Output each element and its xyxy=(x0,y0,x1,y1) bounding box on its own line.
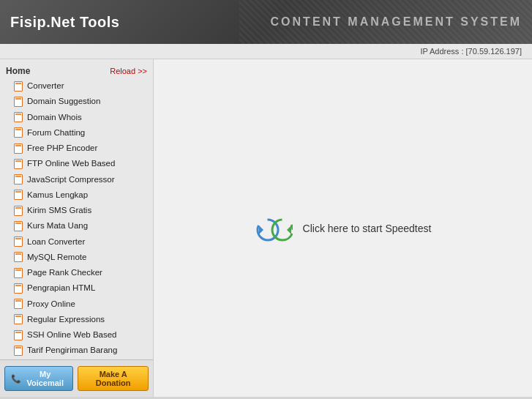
doc-icon-converter xyxy=(13,81,23,92)
sidebar-label-ssh-online: SSH Online Web Based xyxy=(27,329,117,341)
sidebar-item-mysql-remote[interactable]: MySQL Remote xyxy=(0,250,153,265)
doc-icon-domain-suggestion xyxy=(13,97,23,107)
sidebar-label-proxy-online: Proxy Online xyxy=(27,298,75,310)
donate-button[interactable]: Make A Donation xyxy=(78,366,149,391)
sidebar-label-js-compressor: JavaScript Compressor xyxy=(27,174,115,186)
voicemail-label: My Voicemail xyxy=(23,370,67,387)
doc-icon-ssh-online xyxy=(13,330,23,340)
sidebar-label-ftp-online: FTP Online Web Based xyxy=(27,157,115,170)
sidebar-label-tarif-pengiriman: Tarif Pengiriman Barang xyxy=(27,344,117,357)
sidebar-label-forum-chatting: Forum Chatting xyxy=(27,127,85,139)
doc-icon-proxy-online xyxy=(13,299,23,309)
sidebar-label-loan-converter: Loan Converter xyxy=(27,236,85,248)
sidebar-label-kirim-sms: Kirim SMS Gratis xyxy=(27,204,91,217)
doc-icon-js-compressor xyxy=(13,174,23,184)
doc-icon-page-rank xyxy=(13,268,23,278)
speedtest-link[interactable]: Click here to start Speedtest xyxy=(255,211,432,246)
main-layout: Home Reload >> Converter Domain Suggesti… xyxy=(0,59,532,397)
sidebar-label-regular-expressions: Regular Expressions xyxy=(27,313,105,326)
voicemail-button[interactable]: 📞 My Voicemail xyxy=(4,366,73,391)
doc-icon-forum-chatting xyxy=(13,127,23,138)
svg-marker-1 xyxy=(259,225,263,234)
ip-bar: IP Address : [70.59.126.197] xyxy=(0,44,532,59)
sidebar-item-page-rank[interactable]: Page Rank Checker xyxy=(0,265,153,280)
app-title: Fisip.Net Tools xyxy=(10,14,119,31)
sidebar-label-mysql-remote: MySQL Remote xyxy=(27,251,86,264)
sidebar-item-ftp-online[interactable]: FTP Online Web Based xyxy=(0,156,153,171)
sidebar-label-pengrapian-html: Pengrapian HTML xyxy=(27,282,95,294)
sidebar-item-pengrapian-html[interactable]: Pengrapian HTML xyxy=(0,280,153,296)
sidebar-nav: Home Reload >> Converter Domain Suggesti… xyxy=(0,59,153,359)
doc-icon-domain-whois xyxy=(13,112,23,122)
sidebar-label-converter: Converter xyxy=(27,80,64,92)
sidebar-label-page-rank: Page Rank Checker xyxy=(27,266,102,279)
donate-label: Make A Donation xyxy=(96,370,131,387)
content-area: Click here to start Speedtest xyxy=(154,59,532,397)
doc-icon-mysql-remote xyxy=(13,252,23,262)
doc-icon-pengrapian-html xyxy=(13,283,23,294)
doc-icon-regular-expressions xyxy=(13,314,23,324)
speedtest-label: Click here to start Speedtest xyxy=(303,223,432,234)
sidebar-item-proxy-online[interactable]: Proxy Online xyxy=(0,297,153,312)
sidebar-item-kirim-sms[interactable]: Kirim SMS Gratis xyxy=(0,203,153,218)
sidebar-label-domain-whois: Domain Whois xyxy=(27,111,82,124)
cms-label: Content Management System xyxy=(271,15,522,29)
sidebar-item-converter[interactable]: Converter xyxy=(0,78,153,94)
sidebar-item-free-php-encoder[interactable]: Free PHP Encoder xyxy=(0,141,153,156)
phone-icon: 📞 xyxy=(11,374,21,384)
reload-link[interactable]: Reload >> xyxy=(110,67,147,75)
ip-address: IP Address : [70.59.126.197] xyxy=(420,47,522,56)
doc-icon-tarif-pengiriman xyxy=(13,346,23,356)
sidebar-label-free-php-encoder: Free PHP Encoder xyxy=(27,142,97,154)
svg-marker-3 xyxy=(287,225,291,234)
sidebar-item-loan-converter[interactable]: Loan Converter xyxy=(0,234,153,250)
sidebar-footer: 📞 My Voicemail Make A Donation xyxy=(0,359,153,397)
doc-icon-kurs-mata-uang xyxy=(13,221,23,231)
speedtest-icon xyxy=(255,211,293,246)
doc-icon-kamus-lengkap xyxy=(13,190,23,200)
doc-icon-ftp-online xyxy=(13,159,23,169)
doc-icon-kirim-sms xyxy=(13,206,23,216)
sidebar-home-row: Home Reload >> xyxy=(0,64,153,78)
sidebar-item-kamus-lengkap[interactable]: Kamus Lengkap xyxy=(0,187,153,203)
sidebar-label-domain-suggestion: Domain Suggestion xyxy=(27,95,100,108)
doc-icon-free-php-encoder xyxy=(13,143,23,154)
sidebar-label-kamus-lengkap: Kamus Lengkap xyxy=(27,189,88,201)
sidebar-item-kurs-mata-uang[interactable]: Kurs Mata Uang xyxy=(0,218,153,234)
sidebar-item-domain-suggestion[interactable]: Domain Suggestion xyxy=(0,94,153,109)
sidebar: Home Reload >> Converter Domain Suggesti… xyxy=(0,59,154,397)
sidebar-item-forum-chatting[interactable]: Forum Chatting xyxy=(0,125,153,141)
sidebar-item-domain-whois[interactable]: Domain Whois xyxy=(0,110,153,125)
sidebar-item-regular-expressions[interactable]: Regular Expressions xyxy=(0,312,153,327)
sidebar-label-kurs-mata-uang: Kurs Mata Uang xyxy=(27,220,88,232)
doc-icon-loan-converter xyxy=(13,236,23,247)
sidebar-home-item[interactable]: Home xyxy=(6,66,30,76)
sidebar-item-tarif-pengiriman[interactable]: Tarif Pengiriman Barang xyxy=(0,343,153,358)
header: Fisip.Net Tools Content Management Syste… xyxy=(0,0,532,44)
sidebar-item-ssh-online[interactable]: SSH Online Web Based xyxy=(0,327,153,343)
sidebar-item-js-compressor[interactable]: JavaScript Compressor xyxy=(0,172,153,187)
